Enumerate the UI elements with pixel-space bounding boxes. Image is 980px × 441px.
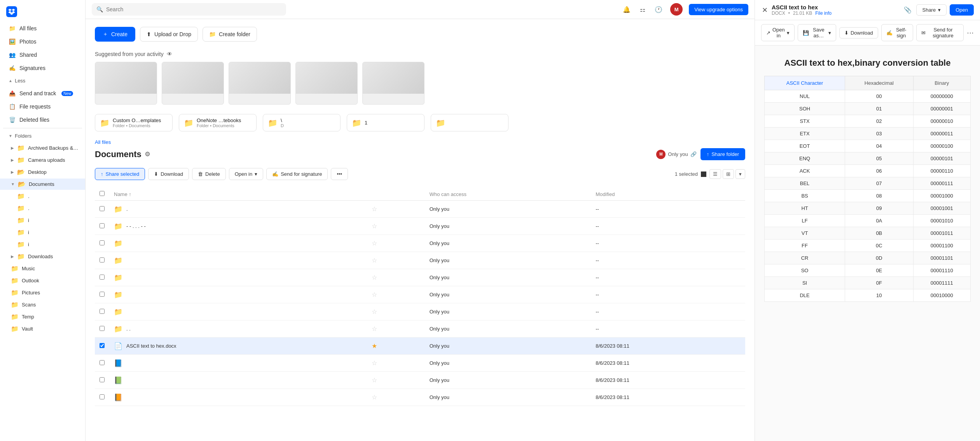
table-row[interactable]: 📘 ☆ Only you 8/6/2023 08:11	[95, 355, 745, 372]
table-row[interactable]: 📁 . ☆ Only you --	[95, 201, 745, 218]
row-name-cell[interactable]: 📁	[109, 286, 366, 303]
table-row[interactable]: 📄 ASCII text to hex.docx ★ Only you 8/6/…	[95, 338, 745, 355]
sidebar-folder-dot2[interactable]: 📁 .	[0, 203, 85, 214]
table-row[interactable]: 📁 - - . . . - - ☆ Only you --	[95, 218, 745, 235]
folder-card-5[interactable]: 📁	[431, 114, 508, 131]
sidebar-folder-i3[interactable]: 📁 i	[0, 239, 85, 250]
create-folder-button[interactable]: 📁 Create folder	[203, 27, 257, 42]
sidebar-folder-desktop[interactable]: ▶ 📂 Desktop	[0, 166, 85, 178]
row-name-cell[interactable]: 📁 .	[109, 201, 366, 218]
thumbnail-4[interactable]	[295, 62, 358, 105]
star-button[interactable]: ☆	[371, 222, 378, 231]
star-button[interactable]: ☆	[371, 290, 378, 299]
more-view-button[interactable]: ▾	[735, 169, 745, 179]
sidebar-item-file-requests[interactable]: 📋 File requests	[2, 100, 83, 113]
sidebar-folder-outlook[interactable]: 📁 Outlook	[0, 275, 85, 286]
sidebar-item-shared[interactable]: 👥 Shared	[2, 49, 83, 61]
star-button[interactable]: ☆	[371, 256, 378, 265]
table-row[interactable]: 📁 ☆ Only you --	[95, 252, 745, 269]
sidebar-folder-temp[interactable]: 📁 Temp	[0, 311, 85, 322]
row-star[interactable]: ☆	[366, 201, 424, 218]
sidebar-folder-dot1[interactable]: 📁 .	[0, 191, 85, 202]
list-view-button[interactable]: ☰	[709, 169, 721, 179]
sidebar-folder-archived[interactable]: ▶ 📁 Archived Backups &…	[0, 142, 85, 154]
grid-view-button[interactable]: ⊞	[723, 169, 734, 179]
row-star[interactable]: ☆	[366, 269, 424, 286]
thumbnail-1[interactable]	[95, 62, 157, 105]
row-star[interactable]: ☆	[366, 286, 424, 303]
star-button[interactable]: ☆	[371, 205, 378, 214]
star-button[interactable]: ☆	[371, 307, 378, 316]
star-button[interactable]: ☆	[371, 393, 378, 402]
folder-card-3[interactable]: 📁 \ D	[263, 114, 341, 131]
self-sign-button[interactable]: ✍ Self-sign	[881, 24, 913, 41]
row-name-cell[interactable]: 📘	[109, 355, 366, 372]
row-star[interactable]: ☆	[366, 252, 424, 269]
row-star[interactable]: ☆	[366, 355, 424, 372]
table-row[interactable]: 📙 ☆ Only you 8/6/2023 08:11	[95, 389, 745, 406]
row-name-cell[interactable]: 📁	[109, 252, 366, 269]
row-checkbox[interactable]	[95, 355, 109, 372]
row-checkbox[interactable]	[95, 218, 109, 235]
open-button[interactable]: Open	[950, 4, 974, 16]
share-selected-button[interactable]: ↑ Share selected	[95, 168, 145, 180]
row-checkbox[interactable]	[95, 252, 109, 269]
row-checkbox[interactable]	[95, 320, 109, 338]
attachment-icon[interactable]: 📎	[902, 5, 913, 15]
row-name-cell[interactable]: 📗	[109, 372, 366, 389]
table-row[interactable]: 📁 ☆ Only you --	[95, 269, 745, 286]
row-checkbox[interactable]	[95, 201, 109, 218]
less-toggle[interactable]: ▲ Less	[2, 75, 83, 86]
table-row[interactable]: 📁 . . ☆ Only you --	[95, 320, 745, 338]
row-star[interactable]: ☆	[366, 320, 424, 338]
table-row[interactable]: 📁 ☆ Only you --	[95, 235, 745, 252]
sidebar-item-send-track[interactable]: 📤 Send and track New	[2, 87, 83, 100]
row-name-cell[interactable]: 📁 . .	[109, 320, 366, 338]
row-checkbox[interactable]	[95, 372, 109, 389]
share-folder-button[interactable]: ↑ Share folder	[700, 148, 745, 160]
send-for-sig-panel-button[interactable]: ✉ Send for signature	[916, 24, 964, 41]
row-star[interactable]: ☆	[366, 235, 424, 252]
share-button[interactable]: Share ▾	[916, 4, 947, 16]
row-checkbox[interactable]	[95, 338, 109, 355]
star-button[interactable]: ☆	[371, 239, 378, 248]
open-in-button[interactable]: Open in ▾	[229, 168, 264, 180]
sidebar-folder-music[interactable]: 📁 Music	[0, 263, 85, 274]
row-star[interactable]: ☆	[366, 389, 424, 406]
row-name-cell[interactable]: 📁	[109, 269, 366, 286]
folder-card-onenote[interactable]: 📁 OneNote …tebooks Folder • Documents	[179, 114, 257, 131]
all-files-link[interactable]: All files	[95, 139, 111, 145]
star-button[interactable]: ☆	[371, 359, 378, 368]
row-star[interactable]: ☆	[366, 372, 424, 389]
row-name-cell[interactable]: 📁 - - . . . - -	[109, 218, 366, 235]
thumbnail-3[interactable]	[229, 62, 291, 105]
star-button[interactable]: ☆	[371, 376, 378, 385]
row-checkbox[interactable]	[95, 269, 109, 286]
sidebar-folder-camera[interactable]: ▶ 📁 Camera uploads	[0, 154, 85, 166]
more-button[interactable]: •••	[331, 168, 348, 180]
row-checkbox[interactable]	[95, 286, 109, 303]
folder-card-4[interactable]: 📁 1	[347, 114, 424, 131]
row-star[interactable]: ☆	[366, 303, 424, 320]
sidebar-item-photos[interactable]: 🖼️ Photos	[2, 35, 83, 48]
sidebar-folder-downloads[interactable]: ▶ 📁 Downloads	[0, 251, 85, 262]
search-box[interactable]: 🔍	[92, 3, 286, 16]
row-checkbox[interactable]	[95, 235, 109, 252]
row-star[interactable]: ☆	[366, 218, 424, 235]
row-name-cell[interactable]: 📙	[109, 389, 366, 406]
sidebar-item-all-files[interactable]: 📁 All files	[2, 22, 83, 35]
star-button[interactable]: ★	[371, 341, 378, 350]
settings-icon[interactable]: ⚙	[145, 150, 150, 158]
folders-section-toggle[interactable]: ▼ Folders	[2, 131, 83, 141]
download-button[interactable]: ⬇ Download	[148, 168, 189, 180]
clock-icon[interactable]: 🕐	[653, 4, 664, 15]
send-for-signature-button[interactable]: ✍ Send for signature	[266, 168, 328, 180]
row-name-cell[interactable]: 📁	[109, 235, 366, 252]
sidebar-folder-pictures[interactable]: 📁 Pictures	[0, 287, 85, 298]
save-as-panel-button[interactable]: 💾 Save as… ▾	[798, 24, 836, 41]
folder-card-custom[interactable]: 📁 Custom O…emplates Folder • Documents	[95, 114, 173, 131]
grid-icon[interactable]: ⚏	[638, 4, 647, 15]
thumbnail-2[interactable]	[162, 62, 224, 105]
thumbnail-5[interactable]	[362, 62, 424, 105]
star-button[interactable]: ☆	[371, 273, 378, 282]
